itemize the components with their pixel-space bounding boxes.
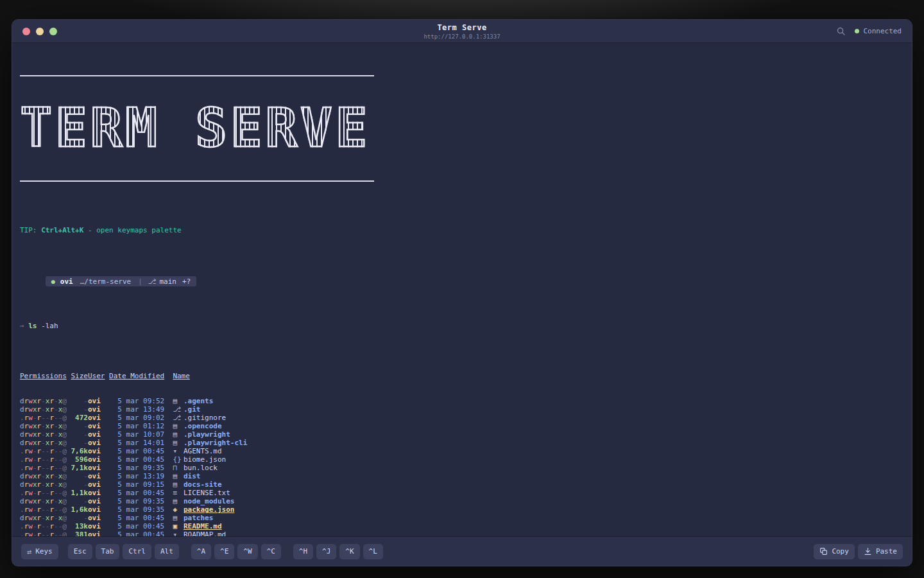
file-permissions: drwxr-xr-x@ [20, 397, 67, 405]
file-name: .playwright [184, 430, 230, 439]
connected-dot-icon [855, 29, 859, 33]
file-row: drwxr-xr-x@-ovi5 mar 00:45▤patches [20, 514, 903, 522]
key-button-ctrl-l[interactable]: ^L [363, 544, 383, 559]
file-permissions: .rw-r--r--@ [20, 530, 67, 536]
file-name: biome.json [184, 455, 226, 464]
file-date-modified: 5 mar 09:52 [109, 397, 164, 405]
git-branch-name: main [159, 277, 176, 286]
shell-prompt: ● ovi …/term-serve | ⎇ main +? [46, 276, 196, 286]
file-size: 1,6k [67, 505, 88, 514]
file-size: - [67, 397, 88, 405]
key-button-ctrl-h[interactable]: ^H [293, 544, 313, 559]
file-date-modified: 5 mar 00:45 [109, 514, 164, 522]
file-date-modified: 5 mar 00:45 [109, 455, 164, 464]
text-icon: ≡ [173, 489, 184, 497]
git-branch-icon: ⎇ [148, 277, 157, 286]
key-button-alt[interactable]: Alt [155, 544, 179, 559]
file-row: .rw-r--r--@472ovi5 mar 09:02⎇.gitignore [20, 414, 903, 422]
file-size: - [67, 422, 88, 430]
git-icon: ⎇ [173, 405, 184, 414]
search-button[interactable] [835, 25, 847, 37]
file-name: ROADMAP.md [184, 530, 226, 536]
command-line: → ls -lah [20, 322, 903, 330]
file-size: 7,6k [67, 447, 88, 455]
file-size: - [67, 497, 88, 505]
file-owner: ovi [88, 430, 109, 439]
file-owner: ovi [88, 439, 109, 447]
markdown-icon: ▾ [173, 447, 184, 455]
folder-icon: ▤ [173, 514, 184, 522]
copy-button[interactable]: Copy [814, 544, 855, 559]
file-date-modified: 5 mar 00:45 [109, 489, 164, 497]
file-owner: ovi [88, 489, 109, 497]
file-owner: ovi [88, 447, 109, 455]
file-owner: ovi [88, 397, 109, 405]
file-name: .git [184, 405, 201, 414]
keys-button[interactable]: ⇄ Keys [21, 544, 58, 559]
file-size: - [67, 514, 88, 522]
file-owner: ovi [88, 414, 109, 422]
key-button-ctrl-k[interactable]: ^K [339, 544, 359, 559]
file-owner: ovi [88, 522, 109, 530]
key-button-esc[interactable]: Esc [68, 544, 92, 559]
file-permissions: drwxr-xr-x@ [20, 472, 67, 480]
file-row: drwxr-xr-x@-ovi5 mar 09:15▤docs-site [20, 480, 903, 489]
minimize-window-button[interactable] [36, 28, 44, 35]
file-size: - [67, 405, 88, 414]
swap-arrows-icon: ⇄ [27, 547, 31, 556]
file-size: - [67, 472, 88, 480]
file-date-modified: 5 mar 13:19 [109, 472, 164, 480]
file-row: drwxr-xr-x@-ovi5 mar 13:19▤dist [20, 472, 903, 480]
file-owner: ovi [88, 472, 109, 480]
file-owner: ovi [88, 497, 109, 505]
file-permissions: drwxr-xr-x@ [20, 405, 67, 414]
tip-text: - open keymaps palette [88, 226, 182, 234]
file-row: drwxr-xr-x@-ovi5 mar 09:52▤.agents [20, 397, 903, 405]
key-button-ctrl-j[interactable]: ^J [316, 544, 336, 559]
file-row: drwxr-xr-x@-ovi5 mar 14:01▤.playwright-c… [20, 439, 903, 447]
file-size: 596 [67, 455, 88, 464]
prompt-user: ovi [60, 277, 73, 286]
file-name: docs-site [184, 480, 222, 489]
banner-rule-top [20, 75, 374, 76]
file-row: .rw-r--r--@1,1kovi5 mar 00:45≡LICENSE.tx… [20, 489, 903, 497]
paste-icon [864, 547, 872, 556]
key-button-ctrl-c[interactable]: ^C [261, 544, 281, 559]
file-name: .opencode [184, 422, 222, 430]
header-name: Name [173, 372, 190, 380]
tip-label: TIP: [20, 226, 37, 234]
file-row: drwxr-xr-x@-ovi5 mar 13:49⎇.git [20, 405, 903, 414]
file-permissions: drwxr-xr-x@ [20, 430, 67, 439]
file-owner: ovi [88, 530, 109, 536]
file-date-modified: 5 mar 00:45 [109, 530, 164, 536]
file-owner: ovi [88, 505, 109, 514]
key-button-tab[interactable]: Tab [96, 544, 120, 559]
file-row: .rw-r--r--@596ovi5 mar 00:45{}biome.json [20, 455, 903, 464]
maximize-window-button[interactable] [49, 28, 57, 35]
key-button-ctrl-a[interactable]: ^A [191, 544, 211, 559]
key-button-ctrl[interactable]: Ctrl [123, 544, 151, 559]
prompt-arrow: → [20, 322, 24, 330]
file-name: .agents [184, 397, 213, 405]
file-date-modified: 5 mar 09:15 [109, 480, 164, 489]
paste-button[interactable]: Paste [858, 544, 903, 559]
file-permissions: .rw-r--r--@ [20, 464, 67, 472]
file-size: 472 [67, 414, 88, 422]
ascii-banner: TERM SERVE [20, 97, 379, 159]
close-window-button[interactable] [22, 28, 30, 35]
copy-button-label: Copy [832, 547, 849, 556]
file-permissions: .rw-r--r--@ [20, 489, 67, 497]
folder-icon: ▤ [173, 397, 184, 405]
file-size: 7,1k [67, 464, 88, 472]
banner-rule-bottom [20, 180, 374, 182]
file-permissions: drwxr-xr-x@ [20, 439, 67, 447]
key-button-ctrl-e[interactable]: ^E [214, 544, 234, 559]
file-row: drwxr-xr-x@-ovi5 mar 10:07▤.playwright [20, 430, 903, 439]
connection-status: Connected [855, 27, 902, 35]
window-controls [22, 28, 57, 35]
key-button-ctrl-w[interactable]: ^W [237, 544, 257, 559]
listing-header: Permissions Size User Date Modified Name [20, 372, 903, 380]
file-owner: ovi [88, 405, 109, 414]
titlebar: Term Serve http://127.0.0.1:31337 Connec… [12, 20, 912, 43]
terminal-screen[interactable]: TERM SERVE TIP: Ctrl+Alt+K - open keymap… [12, 43, 912, 536]
